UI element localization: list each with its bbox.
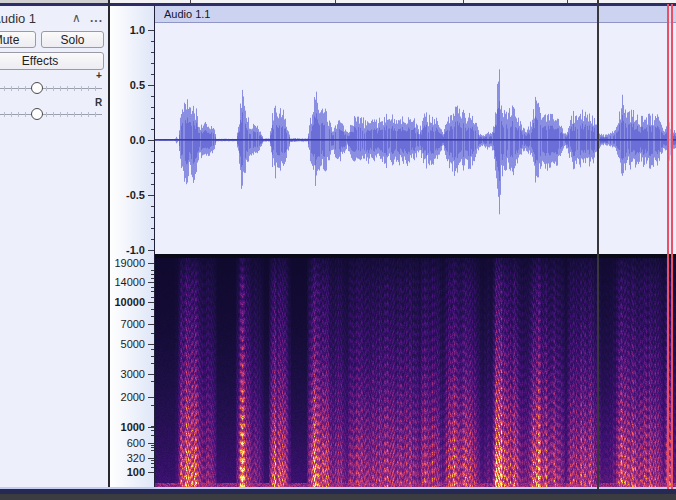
clip-split-line[interactable] (671, 4, 673, 489)
window-bottom-area (0, 494, 676, 500)
playback-cursor (597, 0, 599, 489)
track-control-panel: Audio 1 ∧ ... Mute Solo Effects + R (0, 6, 108, 487)
ruler-label: 3000 (121, 368, 145, 380)
ruler-label: -1.0 (126, 244, 145, 256)
solo-button[interactable]: Solo (41, 31, 104, 48)
collapse-chevron-icon[interactable]: ∧ (72, 11, 81, 25)
ruler-label: 7000 (121, 318, 145, 330)
track-title[interactable]: Audio 1 (0, 11, 36, 26)
ruler-label: 600 (127, 437, 145, 449)
ruler-label: 0.0 (130, 134, 145, 146)
pan-right-label: R (95, 97, 102, 108)
gain-slider-track[interactable] (0, 86, 102, 91)
ruler-label: 1.0 (130, 24, 145, 36)
clip-split-line[interactable] (667, 4, 669, 489)
ruler-label: 320 (127, 452, 145, 464)
effects-button[interactable]: Effects (0, 52, 104, 70)
ruler-label: 1000 (121, 421, 145, 433)
pan-slider-track[interactable] (0, 112, 102, 117)
ruler-label: 2000 (121, 391, 145, 403)
ruler-label: 0.5 (130, 79, 145, 91)
clip-title[interactable]: Audio 1.1 (164, 8, 210, 20)
overflow-menu-icon[interactable]: ... (90, 11, 103, 25)
ruler-label: 19000 (114, 257, 145, 269)
mute-button[interactable]: Mute (0, 31, 36, 48)
ruler-label: -0.5 (126, 189, 145, 201)
vertical-scale-ruler[interactable]: 1.00.50.0-0.5-1.019000140001000070005000… (110, 6, 154, 487)
gain-slider-thumb[interactable] (31, 82, 43, 94)
ruler-label: 5000 (121, 338, 145, 350)
pan-slider-thumb[interactable] (31, 108, 43, 120)
audacity-track-view: Audio 1 ∧ ... Mute Solo Effects + R 1.00… (0, 0, 676, 500)
gain-plus-label: + (96, 70, 102, 81)
ruler-label: 10000 (114, 296, 145, 308)
ruler-label: 14000 (114, 276, 145, 288)
ruler-label: 100 (127, 466, 145, 478)
